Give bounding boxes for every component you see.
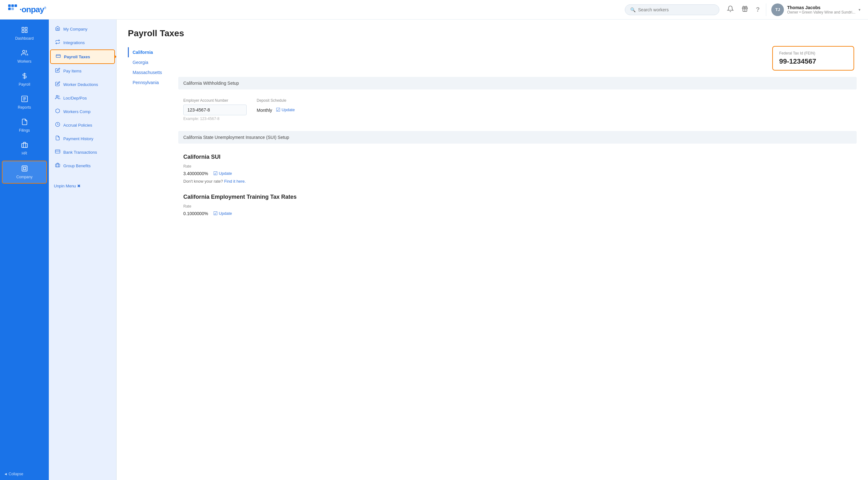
sidebar-item-reports[interactable]: Reports — [2, 92, 47, 113]
state-item-pennsylvania[interactable]: Pennsylvania — [128, 78, 178, 88]
content-layout: California Georgia Massachusetts Pennsyl… — [128, 46, 857, 221]
sidebar-label-reports: Reports — [18, 105, 31, 110]
sub-item-payment-history[interactable]: Payment History — [50, 132, 115, 145]
ett-rate-label: Rate — [183, 204, 851, 209]
ett-section: California Employment Training Tax Rates… — [178, 189, 857, 221]
svg-rect-7 — [25, 27, 27, 29]
sub-sidebar-bottom: Unpin Menu ✖ — [49, 179, 116, 193]
unpin-button[interactable]: Unpin Menu ✖ — [54, 184, 111, 188]
svg-rect-2 — [14, 4, 17, 7]
group-benefits-icon — [55, 162, 60, 169]
fein-card: Federal Tax Id (FEIN) 99-1234567 — [772, 46, 854, 70]
hr-icon — [21, 142, 28, 150]
sui-update-button[interactable]: ☑ Update — [213, 171, 232, 176]
sub-item-worker-deductions[interactable]: Worker Deductions — [50, 78, 115, 91]
gifts-button[interactable] — [740, 4, 750, 15]
sidebar-label-filings: Filings — [19, 128, 30, 132]
help-button[interactable]: ? — [755, 5, 761, 14]
main-layout: Dashboard Workers Payroll — [0, 20, 868, 480]
state-item-georgia[interactable]: Georgia — [128, 57, 178, 67]
ett-rate-row: 0.1000000% ☑ Update — [183, 210, 851, 216]
nav-icons: ? — [726, 4, 761, 15]
sidebar: Dashboard Workers Payroll — [0, 20, 49, 480]
find-rate-link[interactable]: Find it here. — [224, 179, 246, 184]
deposit-schedule-section: Deposit Schedule Monthly ☑ Update — [257, 98, 295, 113]
sub-sidebar: My Company Integrations Payroll Taxes — [49, 20, 117, 480]
bank-transactions-icon — [55, 149, 60, 155]
sui-rate-label: Rate — [183, 164, 851, 169]
state-item-massachusetts[interactable]: Massachusetts — [128, 67, 178, 78]
sub-item-payroll-taxes[interactable]: Payroll Taxes — [50, 50, 115, 64]
search-input[interactable] — [638, 7, 714, 12]
deposit-schedule-value: Monthly — [257, 108, 272, 113]
top-nav: ·onpay® 🔍 ? TJ Thomas Ja — [0, 0, 868, 20]
loc-dep-pos-icon — [55, 95, 60, 101]
sui-section: California SUI Rate 3.4000000% ☑ Update … — [178, 149, 857, 189]
sui-update-checkbox-icon: ☑ — [213, 171, 218, 176]
sui-rate-value: 3.4000000% — [183, 171, 208, 176]
sidebar-label-dashboard: Dashboard — [15, 36, 34, 41]
notifications-button[interactable] — [726, 4, 735, 15]
sui-title: California SUI — [183, 154, 851, 160]
svg-rect-23 — [56, 150, 60, 153]
logo: ·onpay® — [7, 4, 46, 16]
svg-rect-17 — [22, 166, 27, 171]
sub-item-group-benefits[interactable]: Group Benefits — [50, 159, 115, 172]
svg-rect-4 — [11, 7, 14, 10]
sidebar-label-hr: HR — [22, 151, 27, 156]
sub-item-my-company[interactable]: My Company — [50, 22, 115, 36]
accrual-policies-icon — [55, 122, 60, 128]
sidebar-item-dashboard[interactable]: Dashboard — [2, 23, 47, 44]
svg-rect-1 — [11, 4, 14, 7]
avatar: TJ — [771, 3, 784, 16]
employer-account-hint: Example: 123-4567-8 — [183, 117, 247, 121]
employer-account-label: Employer Account Number — [183, 98, 247, 103]
search-bar[interactable]: 🔍 — [625, 4, 719, 15]
withholding-form-row: Employer Account Number Example: 123-456… — [178, 94, 857, 125]
search-icon: 🔍 — [630, 7, 636, 12]
state-list: California Georgia Massachusetts Pennsyl… — [128, 46, 178, 221]
sidebar-item-payroll[interactable]: Payroll — [2, 69, 47, 90]
sub-item-workers-comp[interactable]: Workers Comp — [50, 105, 115, 118]
sidebar-item-workers[interactable]: Workers — [2, 46, 47, 67]
sui-section-header: California State Unemployment Insurance … — [178, 131, 857, 144]
sub-item-loc-dep-pos[interactable]: Loc/Dep/Pos — [50, 91, 115, 104]
sub-item-pay-items[interactable]: Pay Items — [50, 64, 115, 78]
sidebar-label-payroll: Payroll — [19, 82, 30, 87]
svg-point-10 — [22, 51, 25, 53]
svg-rect-16 — [22, 143, 27, 147]
sub-item-bank-transactions[interactable]: Bank Transactions — [50, 146, 115, 159]
fein-box: Federal Tax Id (FEIN) 99-1234567 — [178, 46, 857, 70]
svg-rect-19 — [56, 55, 60, 57]
payroll-icon — [21, 72, 28, 81]
sidebar-item-filings[interactable]: Filings — [2, 115, 47, 137]
collapse-button[interactable]: ◄ Collapse — [4, 472, 45, 476]
ett-update-button[interactable]: ☑ Update — [213, 210, 232, 216]
deposit-schedule-label: Deposit Schedule — [257, 98, 295, 103]
find-rate-text: Don't know your rate? Find it here. — [183, 179, 851, 184]
ett-title: California Employment Training Tax Rates — [183, 194, 851, 200]
sidebar-item-hr[interactable]: HR — [2, 138, 47, 159]
employer-account-field: Employer Account Number Example: 123-456… — [183, 98, 247, 121]
user-role: Owner • Green Valley Wine and Sundri... — [787, 10, 856, 14]
svg-point-21 — [56, 95, 58, 97]
logo-icon — [7, 4, 18, 16]
my-company-icon — [55, 26, 60, 32]
sub-item-integrations[interactable]: Integrations — [50, 36, 115, 49]
employer-account-input[interactable] — [183, 104, 247, 115]
state-item-california[interactable]: California — [128, 47, 178, 57]
main-content: Payroll Taxes California Georgia Massach… — [117, 20, 868, 480]
sub-item-accrual-policies[interactable]: Accrual Policies — [50, 118, 115, 132]
update-checkbox-icon: ☑ — [276, 107, 280, 113]
sidebar-item-company[interactable]: Company — [2, 161, 47, 184]
worker-deductions-icon — [55, 81, 60, 88]
workers-icon — [21, 50, 28, 58]
dashboard-icon — [21, 26, 28, 35]
sidebar-label-company: Company — [17, 175, 32, 179]
payment-history-icon — [55, 136, 60, 142]
fein-label: Federal Tax Id (FEIN) — [779, 51, 847, 55]
svg-rect-25 — [56, 164, 60, 167]
workers-comp-icon — [55, 108, 60, 115]
user-dropdown-arrow[interactable]: ▾ — [859, 7, 861, 12]
deposit-update-button[interactable]: ☑ Update — [276, 107, 295, 113]
